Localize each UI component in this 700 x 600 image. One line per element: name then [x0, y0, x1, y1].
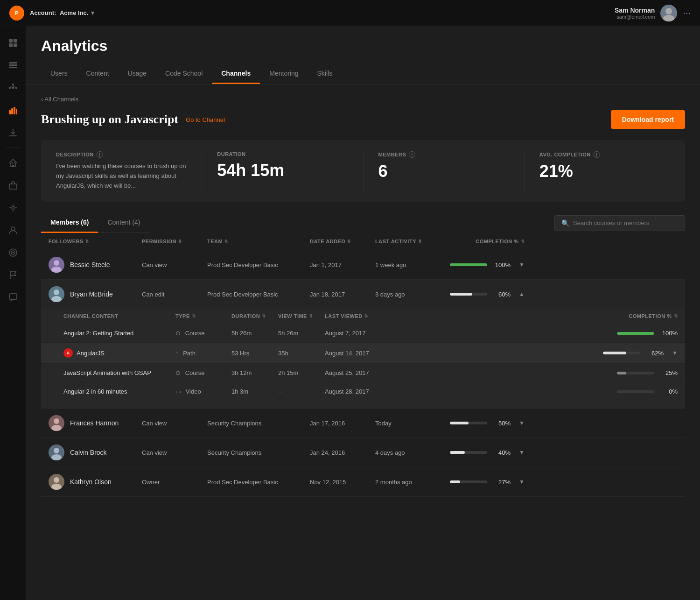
- expand-chevron-icon[interactable]: ▼: [519, 449, 525, 456]
- progress-fill: [450, 480, 460, 483]
- download-report-button[interactable]: Download report: [611, 110, 685, 129]
- progress-bar: [617, 372, 654, 374]
- sidebar-icon-signal[interactable]: [4, 243, 22, 262]
- table-row[interactable]: Bessie Steele Can view Prod Sec Develope…: [41, 250, 685, 280]
- col-header-activity[interactable]: LAST ACTIVITY ⇅: [375, 239, 441, 244]
- content-type-cell: ↑ Path: [175, 350, 231, 357]
- avg-completion-info-icon[interactable]: i: [594, 151, 600, 158]
- content-name-cell: A AngularJS: [63, 348, 175, 358]
- sort-viewtime-icon: ⇅: [309, 314, 313, 318]
- col-header-team[interactable]: TEAM ⇅: [207, 239, 310, 244]
- content-duration-cell: 1h 3m: [231, 388, 278, 395]
- content-lastviewed-cell: August 25, 2017: [325, 369, 399, 376]
- table-row[interactable]: Frances Harmon Can view Security Champio…: [41, 409, 685, 438]
- channel-title-group: Brushing up on Javascript Go to Channel: [41, 113, 225, 127]
- col-header-lastviewed[interactable]: LAST VIEWED ⇅: [325, 313, 399, 319]
- activity-cell: Today: [375, 420, 441, 427]
- go-to-channel-link[interactable]: Go to Channel: [186, 116, 225, 123]
- account-label: Account: Acme Inc. ▾: [30, 9, 94, 16]
- members-info-icon[interactable]: i: [409, 151, 415, 158]
- sidebar-icon-analytics[interactable]: [4, 101, 22, 120]
- content-row[interactable]: Angular 2: Getting Started ⊙ Course 5h 2…: [41, 324, 685, 343]
- sidebar-icon-person[interactable]: [4, 221, 22, 240]
- tab-channels[interactable]: Channels: [212, 64, 260, 84]
- completion-bar-group: 100% ▼: [441, 261, 525, 268]
- table-row[interactable]: Calvin Brock Can view Security Champions…: [41, 438, 685, 467]
- page-header: Analytics Users Content Usage Code Schoo…: [26, 26, 700, 85]
- svg-rect-8: [14, 43, 17, 47]
- channel-title: Brushing up on Javascript: [41, 113, 178, 127]
- sidebar-icon-download[interactable]: [4, 123, 22, 142]
- col-header-permission[interactable]: PERMISSION ⇅: [142, 239, 207, 244]
- search-input[interactable]: [573, 219, 678, 226]
- user-email: sam@email.com: [615, 14, 655, 20]
- members-table: FOLLOWERS ⇅ PERMISSION ⇅ TEAM ⇅ DATE ADD…: [41, 233, 685, 497]
- tab-content-section[interactable]: Content (4): [98, 213, 149, 233]
- tab-skills[interactable]: Skills: [308, 64, 342, 84]
- sidebar-icon-chat[interactable]: [4, 288, 22, 307]
- content-row[interactable]: JavaScript Animation with GSAP ⊙ Course …: [41, 364, 685, 382]
- sidebar-icon-flag[interactable]: [4, 266, 22, 284]
- col-header-viewtime[interactable]: VIEW TIME ⇅: [278, 313, 325, 319]
- avatar: [49, 286, 64, 302]
- sidebar-icon-home[interactable]: [4, 154, 22, 172]
- sidebar-icon-hierarchy[interactable]: [4, 78, 22, 97]
- stat-duration: DURATION 54h 15m: [217, 151, 363, 191]
- tab-content[interactable]: Content: [77, 64, 119, 84]
- section-tabs: Members (6) Content (4): [41, 213, 150, 233]
- content-completion-bar-group: 25%: [399, 369, 678, 376]
- sidebar-icon-dashboard[interactable]: [4, 34, 22, 52]
- table-row[interactable]: Bryan McBride Can edit Prod Sec Develope…: [41, 280, 685, 309]
- tab-mentoring[interactable]: Mentoring: [260, 64, 308, 84]
- col-header-type[interactable]: TYPE ⇅: [175, 313, 231, 319]
- expand-chevron-icon[interactable]: ▼: [519, 420, 525, 426]
- member-name-cell: Bessie Steele: [49, 257, 142, 273]
- svg-point-26: [12, 206, 14, 209]
- content-completion-cell: 100%: [399, 330, 678, 337]
- sort-duration-icon: ⇅: [262, 314, 266, 318]
- tab-usage[interactable]: Usage: [119, 64, 156, 84]
- svg-rect-5: [9, 39, 13, 42]
- sidebar-icon-briefcase[interactable]: [4, 176, 22, 195]
- table-row[interactable]: Kathryn Olson Owner Prod Sec Developer B…: [41, 467, 685, 497]
- content-type-cell: ▭ Video: [175, 388, 231, 395]
- expand-chevron-icon[interactable]: ▼: [519, 261, 525, 268]
- content-row[interactable]: A AngularJS ↑ Path 53 Hrs 35h: [41, 343, 685, 364]
- col-header-date[interactable]: DATE ADDED ⇅: [310, 239, 375, 244]
- stat-duration-value: 54h 15m: [217, 161, 348, 180]
- breadcrumb[interactable]: ‹ All Channels: [41, 96, 685, 103]
- svg-point-30: [12, 252, 14, 254]
- content-row[interactable]: Angular 2 in 60 minutes ▭ Video 1h 3m --: [41, 382, 685, 401]
- expand-chevron-icon[interactable]: ▼: [519, 479, 525, 485]
- avatar: [49, 257, 64, 273]
- svg-text:P: P: [15, 10, 18, 16]
- layout: Analytics Users Content Usage Code Schoo…: [0, 26, 700, 600]
- tab-users[interactable]: Users: [41, 64, 77, 84]
- avatar[interactable]: [660, 5, 677, 21]
- sidebar-icon-tools[interactable]: [4, 198, 22, 217]
- sort-team-icon: ⇅: [224, 239, 229, 244]
- sidebar-icon-table[interactable]: [4, 56, 22, 75]
- col-header-followers[interactable]: FOLLOWERS ⇅: [49, 239, 142, 244]
- col-header-completion[interactable]: COMPLETION % ⇅: [441, 239, 525, 244]
- col-header-duration[interactable]: DURATION ⇅: [231, 313, 278, 319]
- completion-cell: 60% ▲: [441, 291, 525, 298]
- avatar: [49, 445, 64, 460]
- member-name-cell: Bryan McBride: [49, 286, 142, 302]
- stat-members-value: 6: [378, 162, 509, 181]
- completion-cell: 27% ▼: [441, 479, 525, 486]
- page-title-row: Analytics: [41, 37, 685, 55]
- more-options-icon[interactable]: ···: [683, 7, 691, 18]
- svg-rect-25: [9, 184, 17, 189]
- account-dropdown-icon[interactable]: ▾: [91, 9, 94, 16]
- content-viewtime-cell: 5h 26m: [278, 330, 325, 337]
- tab-code-school[interactable]: Code School: [156, 64, 212, 84]
- description-info-icon[interactable]: i: [97, 151, 103, 158]
- col-header-channel-content: CHANNEL CONTENT: [63, 313, 175, 319]
- tab-members[interactable]: Members (6): [41, 213, 98, 233]
- col-header-content-completion[interactable]: COMPLETION % ⇅: [399, 313, 678, 319]
- table-header: FOLLOWERS ⇅ PERMISSION ⇅ TEAM ⇅ DATE ADD…: [41, 233, 685, 250]
- expand-content-chevron-icon[interactable]: ▼: [672, 350, 678, 356]
- logo-icon[interactable]: P: [9, 6, 24, 21]
- collapse-chevron-icon[interactable]: ▲: [519, 291, 525, 297]
